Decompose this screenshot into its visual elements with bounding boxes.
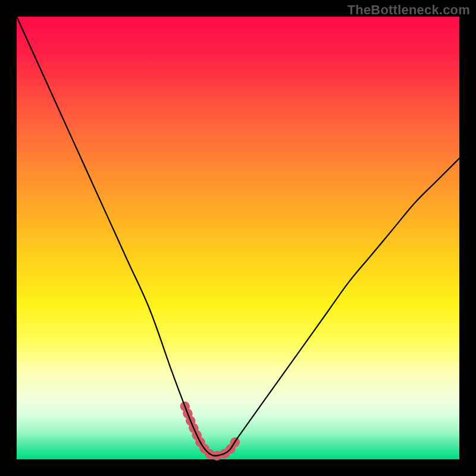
chart-svg xyxy=(17,17,459,459)
attribution-label: TheBottleneck.com xyxy=(347,2,470,18)
bottleneck-curve xyxy=(17,17,459,456)
chart-frame: TheBottleneck.com xyxy=(0,0,476,476)
trough-highlight xyxy=(185,406,238,456)
plot-area xyxy=(17,17,459,459)
